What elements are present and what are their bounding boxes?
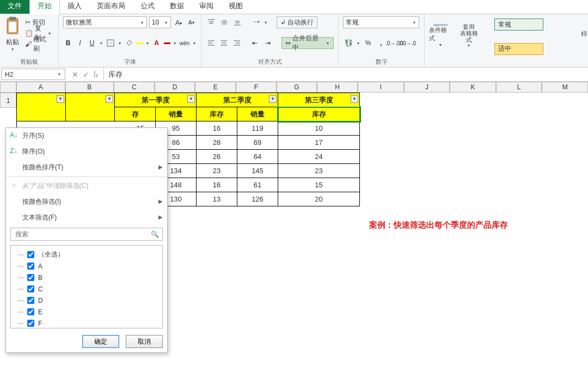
paste-dropdown-icon[interactable]: ▾ bbox=[4, 47, 21, 52]
filter-value-item[interactable]: ⋯E bbox=[17, 306, 160, 318]
align-middle-button[interactable] bbox=[219, 17, 230, 28]
sub-h-stock-selected[interactable]: 库存 bbox=[278, 107, 360, 121]
cell[interactable]: 61 bbox=[237, 178, 278, 192]
filter-values-tree[interactable]: ⋯（全选）⋯A⋯B⋯C⋯D⋯E⋯F⋯姓名 bbox=[10, 245, 163, 328]
cell[interactable]: 13 bbox=[197, 192, 237, 206]
column-header-F[interactable]: F bbox=[236, 82, 277, 93]
align-bottom-button[interactable] bbox=[232, 17, 243, 28]
fill-color-button[interactable] bbox=[124, 38, 134, 48]
cond-drop[interactable]: ▾ bbox=[438, 42, 443, 47]
align-left-button[interactable] bbox=[206, 38, 217, 48]
border-button[interactable] bbox=[106, 38, 115, 48]
sort-by-color-item[interactable]: 按颜色排序(T)▶ bbox=[6, 160, 167, 175]
filter-checkbox[interactable] bbox=[27, 320, 34, 327]
cell[interactable]: 20 bbox=[278, 192, 360, 206]
tab-data[interactable]: 数据 bbox=[162, 0, 192, 14]
merge-center-button[interactable]: ⇔合并后居中▾ bbox=[281, 37, 334, 49]
column-header-D[interactable]: D bbox=[155, 82, 195, 93]
filter-value-item[interactable]: ⋯A bbox=[17, 260, 160, 272]
cell[interactable]: 126 bbox=[237, 192, 278, 206]
column-header-I[interactable]: I bbox=[358, 82, 404, 93]
column-header-K[interactable]: K bbox=[450, 82, 496, 93]
filter-checkbox[interactable] bbox=[27, 251, 34, 258]
style-swatch-moderate[interactable]: 适中 bbox=[494, 43, 543, 55]
filter-checkbox[interactable] bbox=[27, 308, 34, 315]
fx-button[interactable]: fx bbox=[94, 70, 98, 78]
tab-review[interactable]: 审阅 bbox=[192, 0, 221, 14]
column-header-L[interactable]: L bbox=[496, 82, 542, 93]
currency-drop[interactable]: ▾ bbox=[356, 41, 360, 46]
increase-indent-button[interactable]: ⇥ bbox=[262, 38, 273, 48]
wrap-text-button[interactable]: ↲自动换行 bbox=[277, 16, 317, 28]
phonetic-drop[interactable]: ▾ bbox=[192, 41, 197, 46]
sort-desc-item[interactable]: Z↓降序(O) bbox=[6, 144, 167, 160]
tab-file[interactable]: 文件 bbox=[0, 0, 29, 14]
number-format-combo[interactable]: 常规▾ bbox=[343, 16, 419, 28]
filter-drop-q2[interactable]: ▼ bbox=[269, 95, 277, 103]
filter-value-item[interactable]: ⋯D bbox=[17, 295, 160, 306]
fontcolor-drop[interactable]: ▾ bbox=[173, 41, 177, 46]
font-color-button[interactable]: A bbox=[152, 38, 162, 48]
filter-drop-b[interactable]: ▼ bbox=[106, 95, 113, 103]
row-header-1[interactable]: 1 bbox=[0, 93, 16, 108]
filter-drop-a[interactable]: ▼ bbox=[57, 95, 64, 103]
filter-value-item[interactable]: ⋯B bbox=[17, 272, 160, 283]
font-size-combo[interactable]: 10▾ bbox=[149, 16, 171, 28]
column-header-M[interactable]: M bbox=[542, 82, 588, 93]
accept-formula-button[interactable]: ✓ bbox=[83, 70, 89, 79]
align-center-button[interactable] bbox=[219, 38, 230, 48]
cell[interactable]: 23 bbox=[197, 164, 237, 178]
italic-button[interactable]: I bbox=[75, 38, 85, 48]
cell[interactable]: 28 bbox=[197, 136, 237, 150]
phonetic-button[interactable]: wén bbox=[179, 38, 190, 48]
bold-button[interactable]: B bbox=[63, 38, 73, 48]
currency-button[interactable]: 💱 bbox=[343, 38, 354, 48]
align-top-button[interactable] bbox=[206, 17, 217, 28]
percent-button[interactable]: % bbox=[363, 38, 373, 48]
column-header-G[interactable]: G bbox=[277, 82, 317, 93]
filter-checkbox[interactable] bbox=[27, 263, 34, 270]
orient-drop[interactable]: ▾ bbox=[264, 20, 268, 25]
tab-view[interactable]: 视图 bbox=[221, 0, 250, 14]
style-swatch-normal[interactable]: 常规 bbox=[494, 19, 543, 30]
filter-checkbox[interactable] bbox=[27, 274, 34, 281]
filter-by-color-item[interactable]: 按颜色筛选(I)▶ bbox=[6, 194, 167, 210]
underline-drop[interactable]: ▾ bbox=[99, 41, 103, 46]
cell[interactable]: 16 bbox=[197, 121, 237, 136]
tab-home[interactable]: 开始 bbox=[29, 0, 60, 14]
column-header-E[interactable]: E bbox=[195, 82, 236, 93]
align-right-button[interactable] bbox=[231, 38, 242, 48]
column-header-C[interactable]: C bbox=[114, 82, 155, 93]
cell[interactable]: 10 bbox=[278, 121, 360, 136]
column-header-A[interactable]: A bbox=[16, 82, 65, 93]
tab-insert[interactable]: 插入 bbox=[60, 0, 89, 14]
filter-search-box[interactable]: 🔍 bbox=[10, 228, 163, 241]
cell[interactable]: 119 bbox=[237, 121, 278, 136]
table-format-button[interactable]: 套用 表格格式▾ bbox=[457, 23, 480, 47]
column-header-H[interactable]: H bbox=[317, 82, 358, 93]
cell[interactable]: 16 bbox=[197, 178, 237, 192]
decrease-decimal-button[interactable]: .00→.0 bbox=[402, 38, 413, 48]
sort-asc-item[interactable]: A↓升序(S) bbox=[6, 128, 167, 144]
cell[interactable]: 17 bbox=[278, 136, 360, 150]
name-box[interactable]: H2▾ bbox=[1, 69, 65, 80]
font-name-combo[interactable]: 微软雅黑▾ bbox=[63, 16, 147, 28]
cancel-formula-button[interactable]: ✕ bbox=[72, 70, 78, 79]
formula-input[interactable]: 库存 bbox=[104, 68, 588, 81]
cell[interactable]: 145 bbox=[237, 164, 278, 178]
tab-formula[interactable]: 公式 bbox=[133, 0, 162, 14]
filter-checkbox[interactable] bbox=[27, 285, 34, 292]
format-painter-button[interactable]: 🖌格式刷 bbox=[23, 39, 54, 49]
merge-drop[interactable]: ▾ bbox=[326, 41, 330, 46]
orientation-button[interactable]: ⭬ bbox=[250, 17, 261, 28]
fill-drop[interactable]: ▾ bbox=[145, 41, 150, 46]
filter-drop-q3[interactable]: ▼ bbox=[351, 95, 358, 103]
decrease-font-button[interactable]: A▾ bbox=[186, 17, 197, 28]
tab-page-layout[interactable]: 页面布局 bbox=[89, 0, 133, 14]
underline-button[interactable]: U bbox=[87, 38, 97, 48]
filter-ok-button[interactable]: 确定 bbox=[82, 335, 119, 348]
cell[interactable]: 23 bbox=[278, 164, 360, 178]
filter-value-item[interactable]: ⋯C bbox=[17, 283, 160, 295]
table-drop[interactable]: ▾ bbox=[467, 43, 471, 48]
cell[interactable]: 24 bbox=[278, 150, 360, 164]
